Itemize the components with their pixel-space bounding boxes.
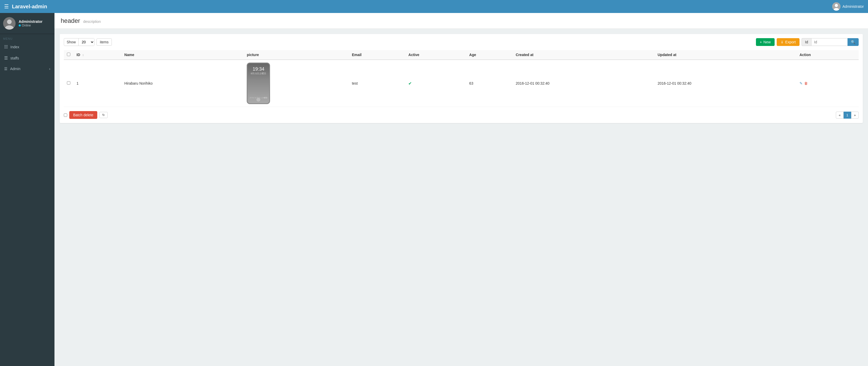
sidebar-item-index[interactable]: ☷ Index	[0, 41, 55, 53]
plus-icon: +	[760, 40, 762, 44]
col-age: Age	[466, 50, 513, 60]
row-updated-at: 2016-12-01 00:32:40	[654, 60, 797, 107]
chevron-right-icon: ›	[49, 67, 50, 71]
col-id: ID ↕	[73, 50, 121, 60]
batch-delete-label: Batch delete	[73, 113, 93, 117]
sidebar-item-label: Index	[10, 45, 19, 49]
new-button[interactable]: + New	[756, 38, 775, 46]
page-title: header	[61, 17, 80, 24]
sidebar-status: Online	[19, 24, 42, 27]
sidebar-username: Administrator	[19, 20, 42, 24]
navbar: ☰ Laravel-admin Administrator	[0, 0, 868, 13]
search-input[interactable]	[811, 38, 847, 46]
header-checkbox-cell	[64, 50, 73, 60]
sidebar-user: Administrator Online	[0, 13, 55, 34]
pagination-next[interactable]: »	[851, 112, 859, 119]
col-name: Name	[121, 50, 244, 60]
export-button[interactable]: ⇓ Export	[777, 38, 800, 46]
app-brand[interactable]: Laravel-admin	[12, 4, 47, 9]
refresh-button[interactable]: ↻	[99, 112, 107, 118]
show-label: Show	[64, 39, 79, 45]
sort-icon[interactable]: ↕	[82, 53, 84, 57]
table-card: Show 20 50 100 items + New	[60, 34, 863, 123]
data-table: ID ↕ Name picture Email Active Age Creat…	[64, 50, 859, 107]
status-dot	[19, 24, 21, 27]
navbar-right: Administrator	[832, 2, 864, 11]
content-area: Show 20 50 100 items + New	[55, 29, 868, 128]
col-picture: picture	[244, 50, 349, 60]
phone-home-btn	[256, 97, 261, 102]
sidebar-item-admin[interactable]: ☰ Admin ›	[0, 64, 55, 74]
page-header: header description	[55, 13, 868, 29]
edit-button[interactable]: ✎	[800, 81, 803, 85]
search-group: Id 🔍	[802, 38, 859, 46]
row-name: Hirabaru Norihiko	[121, 60, 244, 107]
sidebar-admin-label: Admin	[10, 67, 21, 71]
footer-toolbar: Batch delete ↻ « 1 »	[64, 111, 859, 119]
search-button[interactable]: 🔍	[847, 38, 859, 46]
menu-toggle[interactable]: ☰	[4, 3, 9, 9]
toolbar-right: + New ⇓ Export Id 🔍	[756, 38, 859, 46]
row-checkbox-cell	[64, 60, 73, 107]
search-label: Id	[802, 38, 811, 46]
phone-date: 8月21日土曜日	[251, 72, 266, 75]
footer-left: Batch delete ↻	[64, 111, 107, 119]
row-id: 1	[73, 60, 121, 107]
col-created-at: Created at	[513, 50, 654, 60]
search-icon: 🔍	[851, 40, 855, 44]
list-icon: ☰	[4, 56, 8, 60]
main-content: header description Show 20 50 100 items	[55, 13, 868, 128]
delete-button[interactable]: 🗑	[804, 81, 808, 85]
row-action: ✎ 🗑	[797, 60, 859, 107]
show-select-group: Show 20 50 100	[64, 38, 94, 46]
status-label: Online	[22, 24, 31, 27]
toolbar-left: Show 20 50 100 items	[64, 38, 112, 46]
sidebar-user-info: Administrator Online	[19, 20, 42, 27]
pagination: « 1 »	[836, 112, 859, 119]
col-active: Active	[405, 50, 466, 60]
sidebar-item-label: staffs	[10, 56, 19, 60]
col-updated-at: Updated at	[654, 50, 797, 60]
admin-avatar	[832, 2, 840, 11]
items-label: items	[96, 38, 112, 46]
active-check-icon: ✔	[408, 81, 412, 86]
sidebar-item-staffs[interactable]: ☰ staffs	[0, 53, 55, 64]
download-icon: ⇓	[781, 40, 784, 44]
sidebar: Administrator Online Menu ☷ Index ☰ staf…	[0, 13, 55, 128]
sidebar-avatar	[3, 17, 16, 30]
export-label: Export	[785, 40, 796, 44]
row-email: test	[349, 60, 405, 107]
admin-name: Administrator	[843, 4, 864, 8]
row-created-at: 2016-12-01 00:32:40	[513, 60, 654, 107]
show-count-select[interactable]: 20 50 100	[79, 38, 94, 46]
svg-point-1	[835, 4, 838, 7]
phone-image: 19:34 8月21日土曜日 スライドでロック解除	[247, 63, 270, 104]
col-email: Email	[349, 50, 405, 60]
sidebar-menu-label: Menu	[0, 34, 55, 41]
phone-time: 19:34	[253, 66, 265, 72]
table-header-row: ID ↕ Name picture Email Active Age Creat…	[64, 50, 859, 60]
pagination-current[interactable]: 1	[844, 112, 851, 119]
row-picture: 19:34 8月21日土曜日 スライドでロック解除	[244, 60, 349, 107]
row-age: 63	[466, 60, 513, 107]
toolbar: Show 20 50 100 items + New	[64, 38, 859, 46]
page-description: description	[83, 20, 101, 24]
pagination-prev[interactable]: «	[836, 112, 843, 119]
chart-icon: ☷	[4, 44, 8, 49]
svg-point-4	[7, 20, 12, 24]
table-row: 1 Hirabaru Norihiko 19:34 8月21日土曜日 スライドで…	[64, 60, 859, 107]
batch-delete-button[interactable]: Batch delete	[69, 111, 97, 119]
footer-select-all[interactable]	[64, 114, 67, 117]
action-icons: ✎ 🗑	[800, 81, 856, 85]
row-checkbox[interactable]	[67, 81, 70, 85]
row-active: ✔	[405, 60, 466, 107]
refresh-icon: ↻	[102, 113, 105, 117]
select-all-checkbox[interactable]	[67, 53, 70, 56]
new-label: New	[764, 40, 771, 44]
admin-icon: ☰	[4, 67, 7, 71]
col-action: Action	[797, 50, 859, 60]
